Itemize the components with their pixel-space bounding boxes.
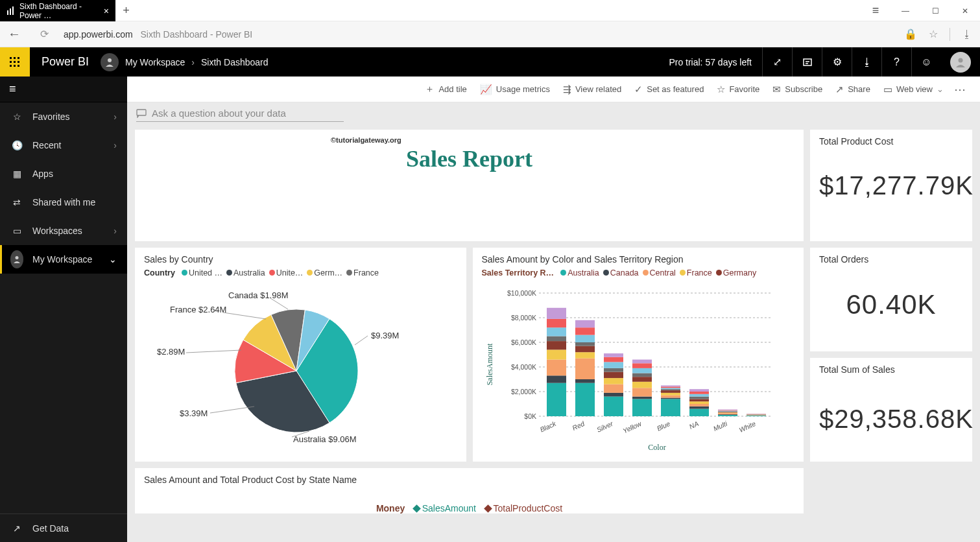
new-tab-button[interactable]: + <box>115 0 137 21</box>
get-data-button[interactable]: ↗ Get Data <box>0 513 127 542</box>
url-host: app.powerbi.com <box>64 29 133 40</box>
get-data-icon: ↗ <box>10 523 23 534</box>
svg-line-26 <box>186 350 241 353</box>
tile-sales-by-country[interactable]: Sales by Country Country United …Austral… <box>135 248 466 462</box>
svg-rect-79 <box>661 386 680 387</box>
sidebar-item-recent[interactable]: 🕓Recent› <box>0 131 127 159</box>
card-value: $29,358.68K <box>819 405 963 434</box>
toolbar-favorite[interactable]: ☆Favorite <box>710 77 766 102</box>
tile-total-orders[interactable]: Total Orders 60.40K <box>810 248 972 351</box>
svg-rect-69 <box>632 363 652 368</box>
trial-status: Pro trial: 57 days left <box>658 57 762 67</box>
settings-gear-icon[interactable]: ⚙ <box>822 47 852 77</box>
qa-input[interactable]: Ask a question about your data <box>136 108 344 122</box>
downloads-icon[interactable]: ⭳ <box>962 29 972 40</box>
svg-rect-41 <box>547 327 566 336</box>
browser-menu-icon[interactable]: ≡ <box>861 0 890 21</box>
sidebar-item-favorites[interactable]: ☆Favorites› <box>0 102 127 131</box>
svg-rect-8 <box>18 61 19 63</box>
svg-text:Australia $9.06M: Australia $9.06M <box>293 434 357 444</box>
svg-rect-35 <box>547 383 566 416</box>
svg-rect-10 <box>14 65 16 67</box>
svg-rect-88 <box>689 389 709 392</box>
window-close-icon[interactable]: ✕ <box>950 0 980 21</box>
svg-rect-95 <box>718 410 737 411</box>
bar-legend: Sales Territory R… AustraliaCanadaCentra… <box>482 268 795 277</box>
toolbar-view-related[interactable]: ⇶View related <box>556 77 628 102</box>
sidebar: ≡ ☆Favorites›🕓Recent›▦Apps⇄Shared with m… <box>0 77 127 542</box>
window-maximize-icon[interactable]: ☐ <box>920 0 950 21</box>
svg-text:NA: NA <box>687 419 699 430</box>
svg-rect-84 <box>689 399 709 401</box>
toolbar-set-as-featured[interactable]: ✓Set as featured <box>628 77 710 102</box>
row3-legend: Money SalesAmount TotalProductCost <box>144 503 795 514</box>
bar-chart: $0K$2,000K$4,000K$6,000K$8,000K$10,000K … <box>482 280 787 455</box>
nav-back-icon[interactable]: ← <box>8 27 27 41</box>
svg-text:Silver: Silver <box>595 419 614 434</box>
download-icon[interactable]: ⭳ <box>852 47 881 77</box>
svg-rect-96 <box>718 410 737 411</box>
tile-total-sales[interactable]: Total Sum of Sales $29,358.68K <box>810 358 972 462</box>
svg-rect-49 <box>575 342 595 346</box>
svg-rect-62 <box>632 399 652 416</box>
tile-sales-by-color[interactable]: Sales Amount by Color and Sales Territor… <box>473 248 804 462</box>
svg-rect-1 <box>10 8 11 15</box>
svg-point-15 <box>16 256 19 259</box>
chevron-right-icon: › <box>114 226 117 236</box>
svg-rect-52 <box>575 320 595 327</box>
toolbar-web-view[interactable]: ▭Web view ⌄ <box>877 77 950 102</box>
sidebar-item-shared-with-me[interactable]: ⇄Shared with me <box>0 188 127 217</box>
share-icon: ⇄ <box>10 197 23 207</box>
sidebar-item-my-workspace[interactable]: My Workspace⌄ <box>0 245 127 274</box>
breadcrumb-dashboard[interactable]: Sixth Dashboard <box>201 57 269 67</box>
app-launcher-icon[interactable] <box>0 47 30 77</box>
x-axis-label: Color <box>648 443 665 452</box>
svg-text:$2.89M: $2.89M <box>157 347 185 357</box>
svg-text:$10,000K: $10,000K <box>507 289 536 297</box>
y-axis-label: SalesAmount <box>485 343 494 385</box>
avatar-icon <box>10 250 23 268</box>
window-minimize-icon[interactable]: — <box>890 0 920 21</box>
svg-rect-63 <box>632 397 652 399</box>
card-title: Total Product Cost <box>819 136 963 147</box>
svg-rect-71 <box>661 399 680 416</box>
user-avatar-icon[interactable] <box>950 52 971 73</box>
toolbar-label: Share <box>848 84 870 94</box>
workspace-avatar-icon <box>101 53 119 71</box>
card-title: Total Sum of Sales <box>819 364 963 375</box>
svg-rect-3 <box>10 57 12 59</box>
svg-rect-87 <box>689 392 709 394</box>
tile-title: Sales by Country <box>144 254 457 265</box>
breadcrumb-workspace[interactable]: My Workspace <box>125 57 185 67</box>
toolbar-subscribe[interactable]: ✉Subscribe <box>766 77 829 102</box>
nav-refresh-icon[interactable]: ⟳ <box>40 28 60 40</box>
toolbar-share[interactable]: ↗Share <box>829 77 877 102</box>
fullscreen-icon[interactable]: ⤢ <box>762 47 792 77</box>
tile-sales-by-state[interactable]: Sales Amount and Total Product Cost by S… <box>135 468 804 513</box>
feedback-smile-icon[interactable]: ☺ <box>911 47 941 77</box>
svg-rect-65 <box>632 382 652 388</box>
tab-close-icon[interactable]: × <box>104 6 109 16</box>
related-icon: ⇶ <box>563 84 571 95</box>
svg-line-24 <box>223 312 266 319</box>
svg-rect-11 <box>18 65 19 67</box>
notifications-icon[interactable] <box>792 47 822 77</box>
tile-hero[interactable]: Sales Report <box>135 130 804 241</box>
sidebar-item-workspaces[interactable]: ▭Workspaces› <box>0 217 127 245</box>
favorite-star-icon[interactable]: ☆ <box>929 28 938 40</box>
card-value: 60.40K <box>819 289 963 320</box>
more-options-icon[interactable]: ⋯ <box>950 82 971 97</box>
tile-total-product-cost[interactable]: Total Product Cost $17,277.79K <box>810 130 972 241</box>
toolbar-add-tile[interactable]: ＋Add tile <box>418 77 473 102</box>
chevron-down-icon: ⌄ <box>109 254 117 265</box>
svg-text:Red: Red <box>571 419 586 432</box>
browser-tab[interactable]: Sixth Dashboard - Power … × <box>0 0 115 21</box>
help-icon[interactable]: ? <box>881 47 911 77</box>
svg-rect-66 <box>632 377 652 382</box>
sidebar-toggle-icon[interactable]: ≡ <box>0 77 127 102</box>
check-icon: ✓ <box>634 84 643 95</box>
sidebar-item-apps[interactable]: ▦Apps <box>0 159 127 188</box>
toolbar-usage-metrics[interactable]: 📈Usage metrics <box>473 77 556 102</box>
svg-rect-86 <box>689 394 709 397</box>
url-display[interactable]: app.powerbi.com Sixth Dashboard - Power … <box>64 29 252 40</box>
